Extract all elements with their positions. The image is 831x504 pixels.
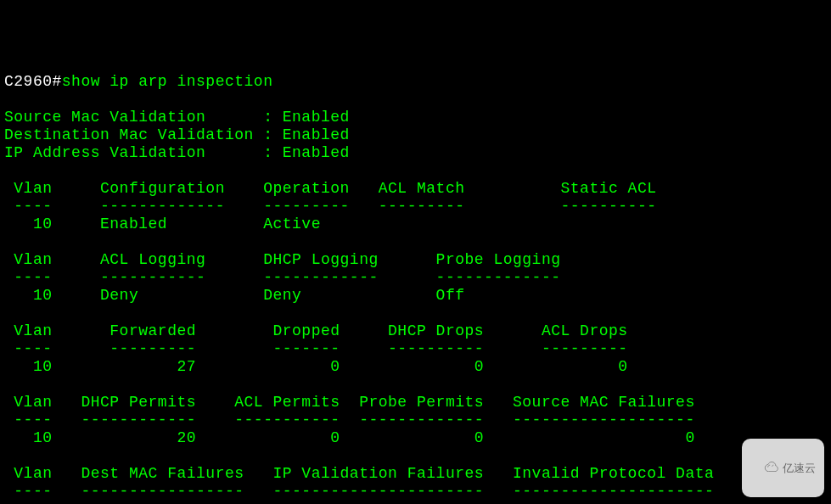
src-mac-validation-label: Source Mac Validation : — [4, 109, 283, 126]
src-mac-validation-value: Enabled — [283, 109, 350, 126]
table5-header: Vlan Dest MAC Failures IP Validation Fai… — [4, 465, 714, 482]
table2-separator: ---- ----------- ------------ ----------… — [4, 269, 561, 286]
watermark-badge: 亿速云 — [742, 439, 824, 497]
ip-addr-validation-value: Enabled — [283, 144, 350, 161]
watermark-text: 亿速云 — [783, 459, 816, 477]
device-prompt: C2960# — [4, 73, 62, 90]
table5-separator: ---- ----------------- -----------------… — [4, 483, 714, 500]
table2-header: Vlan ACL Logging DHCP Logging Probe Logg… — [4, 251, 561, 268]
cloud-icon — [750, 441, 779, 495]
table4-separator: ---- ------------ ----------- ----------… — [4, 412, 695, 428]
table1-header: Vlan Configuration Operation ACL Match S… — [4, 180, 657, 197]
table3-separator: ---- --------- ------- ---------- ------… — [4, 340, 628, 357]
table4-header: Vlan DHCP Permits ACL Permits Probe Perm… — [4, 394, 695, 411]
command-text: show ip arp inspection — [62, 73, 273, 90]
table1-separator: ---- ------------- --------- --------- -… — [4, 198, 657, 215]
table3-header: Vlan Forwarded Dropped DHCP Drops ACL Dr… — [4, 322, 628, 339]
table4-row: 10 20 0 0 0 — [4, 429, 695, 446]
table2-row: 10 Deny Deny Off — [4, 287, 464, 304]
ip-addr-validation-label: IP Address Validation : — [4, 144, 283, 161]
table3-row: 10 27 0 0 0 — [4, 358, 628, 375]
terminal-output: C2960#show ip arp inspection Source Mac … — [4, 73, 827, 504]
table1-row: 10 Enabled Active — [4, 216, 321, 232]
dst-mac-validation-label: Destination Mac Validation : — [4, 126, 283, 143]
dst-mac-validation-value: Enabled — [283, 126, 350, 143]
